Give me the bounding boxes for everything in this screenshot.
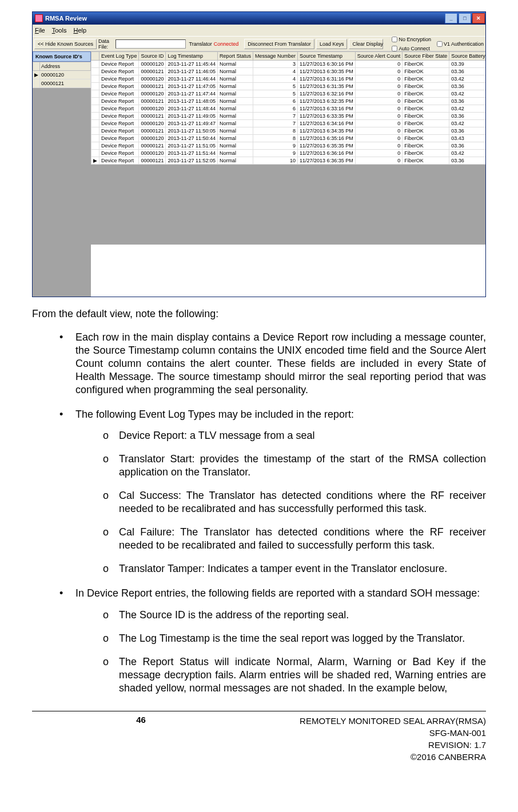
col-source-id: Source ID	[139, 52, 166, 61]
known-sources-table: Address ▶0000012000000121	[33, 62, 91, 88]
menu-help[interactable]: Help	[73, 27, 86, 34]
no-encryption-label: No Encryption	[399, 37, 431, 42]
col-source-timestamp: Source Timestamp	[298, 52, 356, 61]
table-row[interactable]: Device Report000001202013-11-27 11:50:44…	[91, 135, 486, 142]
table-row[interactable]: Device Report000001212013-11-27 11:51:05…	[91, 142, 486, 150]
col-source-battery-voltage: Source Battery Voltage	[449, 52, 485, 61]
bullet-2-b: Translator Start: provides the timestamp…	[103, 453, 486, 479]
toolbar: << Hide Known Sources Data File: Transla…	[33, 36, 485, 51]
bullet-3-c: The Report Status will indicate Normal, …	[103, 655, 486, 695]
titlebar: RMSA Review _ □ ✕	[33, 12, 485, 25]
col-message-number: Message Number	[253, 52, 298, 61]
rmsa-review-window: RMSA Review _ □ ✕ File Tools Help << Hid…	[32, 11, 486, 297]
app-icon	[35, 14, 43, 22]
event-log-table: Event Log Type Source ID Log Timestamp R…	[91, 51, 485, 165]
known-source-row[interactable]: ▶00000120	[33, 71, 91, 79]
table-row[interactable]: Device Report000001212013-11-27 11:46:05…	[91, 68, 486, 75]
data-file-label: Data File:	[98, 38, 114, 50]
bullet-3-b: The Log Timestamp is the time the seal r…	[103, 632, 486, 645]
bullet-2-d: Cal Failure: The Translator has detected…	[103, 526, 486, 552]
auto-connect-checkbox[interactable]	[392, 46, 397, 51]
table-row[interactable]: ▶Device Report000001212013-11-27 11:52:0…	[91, 157, 486, 165]
table-row[interactable]: Device Report000001202013-11-27 11:46:44…	[91, 75, 486, 83]
col-source-fiber-state: Source Fiber State	[403, 52, 449, 61]
table-row[interactable]: Device Report000001202013-11-27 11:48:44…	[91, 105, 486, 113]
footer-rule	[32, 711, 486, 711]
table-row[interactable]: Device Report000001212013-11-27 11:48:05…	[91, 98, 486, 105]
table-row[interactable]: Device Report000001202013-11-27 11:45:44…	[91, 61, 486, 68]
bullet-2-text: The following Event Log Types may be inc…	[75, 409, 354, 420]
col-source-alert-count: Source Alert Count	[355, 52, 403, 61]
known-sources-pane: Known Source ID's Address ▶0000012000000…	[33, 51, 91, 297]
data-file-input[interactable]	[115, 39, 185, 49]
menu-tools[interactable]: Tools	[52, 27, 67, 34]
bullet-2-e: Translator Tamper: Indicates a tamper ev…	[103, 562, 486, 575]
document-body: From the default view, note the followin…	[32, 307, 486, 695]
known-source-row[interactable]: 00000121	[33, 79, 91, 88]
bullet-2: The following Event Log Types may be inc…	[59, 408, 486, 575]
minimize-button[interactable]: _	[445, 13, 457, 23]
no-encryption-checkbox[interactable]	[392, 37, 397, 42]
v1-auth-checkbox[interactable]	[437, 41, 443, 47]
col-address: Address	[40, 62, 91, 71]
clear-display-button[interactable]: Clear Display	[349, 39, 383, 49]
auto-connect-label: Auto Connect	[399, 46, 430, 51]
window-title: RMSA Review	[45, 15, 444, 22]
page-number: 46	[32, 715, 250, 763]
maximize-button[interactable]: □	[459, 13, 471, 23]
close-button[interactable]: ✕	[472, 13, 485, 23]
table-row[interactable]: Device Report000001202013-11-27 11:49:47…	[91, 120, 486, 127]
lead-paragraph: From the default view, note the followin…	[32, 307, 486, 321]
col-event-log-type: Event Log Type	[99, 52, 139, 61]
bullet-3-a: The Source ID is the address of the repo…	[103, 609, 486, 622]
footer-line-3: REVISION: 1.7	[250, 739, 486, 751]
bullet-1: Each row in the main display contains a …	[59, 331, 486, 397]
disconnect-button[interactable]: Disconnect From Translator	[244, 39, 314, 49]
footer-line-1: REMOTELY MONITORED SEAL ARRAY(RMSA)	[250, 715, 486, 727]
col-log-timestamp: Log Timestamp	[166, 52, 218, 61]
load-keys-button[interactable]: Load Keys	[316, 39, 348, 49]
table-row[interactable]: Device Report000001202013-11-27 11:51:44…	[91, 150, 486, 157]
v1-auth-label: V1 Authentication	[444, 41, 484, 47]
bullet-2-c: Cal Success: The Translator has detected…	[103, 489, 486, 515]
page-footer: 46 REMOTELY MONITORED SEAL ARRAY(RMSA) S…	[32, 715, 486, 763]
table-row[interactable]: Device Report000001212013-11-27 11:49:05…	[91, 113, 486, 120]
table-row[interactable]: Device Report000001202013-11-27 11:47:44…	[91, 90, 486, 98]
translator-label: Translator	[189, 41, 212, 47]
bullet-3-text: In Device Report entries, the following …	[75, 587, 480, 599]
hide-known-sources-button[interactable]: << Hide Known Sources	[34, 39, 97, 49]
table-row[interactable]: Device Report000001212013-11-27 11:47:05…	[91, 83, 486, 90]
translator-status: Connected	[214, 41, 239, 47]
footer-line-2: SFG-MAN-001	[250, 727, 486, 739]
known-sources-header: Known Source ID's	[33, 51, 91, 62]
footer-line-4: ©2016 CANBERRA	[250, 751, 486, 763]
col-report-status: Report Status	[218, 52, 253, 61]
bullet-2-a: Device Report: a TLV message from a seal	[103, 429, 486, 442]
table-row[interactable]: Device Report000001212013-11-27 11:50:05…	[91, 127, 486, 135]
main-grid-pane: Event Log Type Source ID Log Timestamp R…	[91, 51, 485, 297]
menu-file[interactable]: File	[35, 27, 45, 34]
bullet-3: In Device Report entries, the following …	[59, 587, 486, 694]
